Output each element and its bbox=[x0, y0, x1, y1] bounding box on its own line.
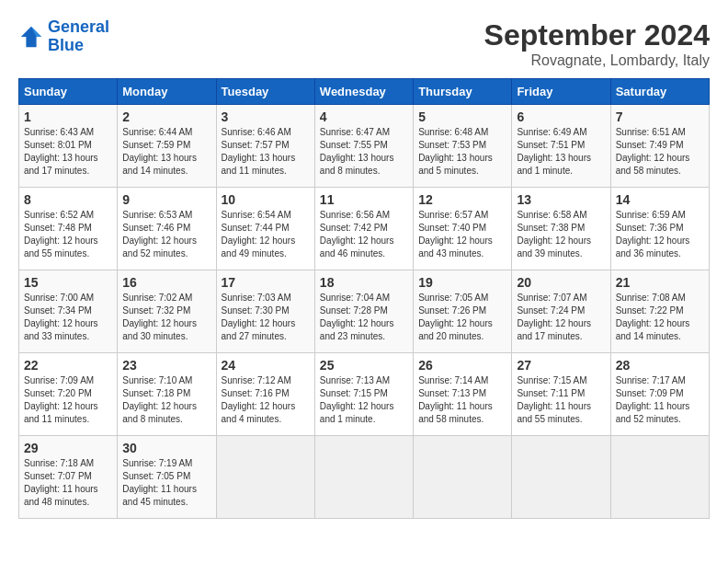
day-info: Sunrise: 6:43 AM Sunset: 8:01 PM Dayligh… bbox=[24, 126, 112, 178]
day-info: Sunrise: 7:15 AM Sunset: 7:11 PM Dayligh… bbox=[517, 374, 605, 426]
day-number: 13 bbox=[517, 192, 605, 207]
calendar-cell: 13 Sunrise: 6:58 AM Sunset: 7:38 PM Dayl… bbox=[512, 188, 610, 270]
day-info: Sunrise: 6:57 AM Sunset: 7:40 PM Dayligh… bbox=[418, 209, 506, 260]
calendar-cell: 11 Sunrise: 6:56 AM Sunset: 7:42 PM Dayl… bbox=[314, 188, 413, 270]
day-number: 18 bbox=[320, 275, 408, 290]
day-info: Sunrise: 7:09 AM Sunset: 7:20 PM Dayligh… bbox=[24, 374, 112, 426]
calendar-row: 15 Sunrise: 7:00 AM Sunset: 7:34 PM Dayl… bbox=[19, 270, 710, 353]
day-number: 19 bbox=[418, 275, 506, 290]
day-info: Sunrise: 6:46 AM Sunset: 7:57 PM Dayligh… bbox=[222, 126, 310, 178]
day-info: Sunrise: 7:05 AM Sunset: 7:26 PM Dayligh… bbox=[418, 292, 506, 343]
day-number: 15 bbox=[24, 275, 112, 290]
calendar-row: 8 Sunrise: 6:52 AM Sunset: 7:48 PM Dayli… bbox=[19, 188, 710, 270]
col-header-monday: Monday bbox=[118, 79, 216, 105]
calendar-cell: 30 Sunrise: 7:19 AM Sunset: 7:05 PM Dayl… bbox=[118, 436, 216, 519]
calendar-cell: 8 Sunrise: 6:52 AM Sunset: 7:48 PM Dayli… bbox=[19, 188, 118, 270]
col-header-friday: Friday bbox=[512, 79, 610, 105]
day-number: 5 bbox=[418, 109, 506, 124]
day-number: 4 bbox=[320, 109, 408, 124]
day-number: 24 bbox=[222, 358, 310, 373]
calendar-row: 29 Sunrise: 7:18 AM Sunset: 7:07 PM Dayl… bbox=[19, 436, 710, 519]
calendar-cell: 29 Sunrise: 7:18 AM Sunset: 7:07 PM Dayl… bbox=[19, 436, 118, 519]
day-number: 22 bbox=[24, 358, 112, 373]
logo: General Blue bbox=[18, 18, 109, 55]
day-number: 16 bbox=[122, 275, 210, 290]
logo-icon bbox=[18, 24, 44, 50]
day-info: Sunrise: 6:44 AM Sunset: 7:59 PM Dayligh… bbox=[122, 126, 210, 178]
logo-text: General Blue bbox=[48, 18, 109, 55]
month-title: September 2024 bbox=[484, 18, 710, 52]
day-number: 9 bbox=[122, 192, 210, 207]
day-info: Sunrise: 7:14 AM Sunset: 7:13 PM Dayligh… bbox=[418, 374, 506, 426]
calendar-cell: 21 Sunrise: 7:08 AM Sunset: 7:22 PM Dayl… bbox=[610, 270, 709, 353]
day-number: 10 bbox=[222, 192, 310, 207]
day-info: Sunrise: 6:59 AM Sunset: 7:36 PM Dayligh… bbox=[616, 209, 704, 260]
day-number: 3 bbox=[222, 109, 310, 124]
day-info: Sunrise: 7:02 AM Sunset: 7:32 PM Dayligh… bbox=[122, 292, 210, 343]
calendar-cell: 18 Sunrise: 7:04 AM Sunset: 7:28 PM Dayl… bbox=[314, 270, 413, 353]
day-info: Sunrise: 7:12 AM Sunset: 7:16 PM Dayligh… bbox=[222, 374, 310, 426]
day-info: Sunrise: 7:17 AM Sunset: 7:09 PM Dayligh… bbox=[616, 374, 704, 426]
calendar-cell: 25 Sunrise: 7:13 AM Sunset: 7:15 PM Dayl… bbox=[314, 353, 413, 436]
calendar-row: 1 Sunrise: 6:43 AM Sunset: 8:01 PM Dayli… bbox=[19, 105, 710, 188]
day-info: Sunrise: 6:51 AM Sunset: 7:49 PM Dayligh… bbox=[616, 126, 704, 178]
calendar-cell: 15 Sunrise: 7:00 AM Sunset: 7:34 PM Dayl… bbox=[19, 270, 118, 353]
calendar-cell bbox=[216, 436, 314, 519]
day-info: Sunrise: 7:13 AM Sunset: 7:15 PM Dayligh… bbox=[320, 374, 408, 426]
day-info: Sunrise: 6:49 AM Sunset: 7:51 PM Dayligh… bbox=[517, 126, 605, 178]
title-block: September 2024 Rovagnate, Lombardy, Ital… bbox=[484, 18, 710, 69]
day-number: 2 bbox=[122, 109, 210, 124]
page-header: General Blue September 2024 Rovagnate, L… bbox=[18, 18, 710, 69]
day-info: Sunrise: 7:19 AM Sunset: 7:05 PM Dayligh… bbox=[122, 457, 210, 509]
day-number: 25 bbox=[320, 358, 408, 373]
calendar-cell: 24 Sunrise: 7:12 AM Sunset: 7:16 PM Dayl… bbox=[216, 353, 314, 436]
calendar-cell: 14 Sunrise: 6:59 AM Sunset: 7:36 PM Dayl… bbox=[610, 188, 709, 270]
day-info: Sunrise: 7:03 AM Sunset: 7:30 PM Dayligh… bbox=[222, 292, 310, 343]
calendar-cell: 2 Sunrise: 6:44 AM Sunset: 7:59 PM Dayli… bbox=[118, 105, 216, 188]
day-number: 28 bbox=[616, 358, 704, 373]
col-header-wednesday: Wednesday bbox=[314, 79, 413, 105]
day-number: 27 bbox=[517, 358, 605, 373]
calendar-table: SundayMondayTuesdayWednesdayThursdayFrid… bbox=[18, 78, 710, 519]
col-header-thursday: Thursday bbox=[414, 79, 512, 105]
col-header-tuesday: Tuesday bbox=[216, 79, 314, 105]
calendar-cell: 26 Sunrise: 7:14 AM Sunset: 7:13 PM Dayl… bbox=[414, 353, 512, 436]
calendar-cell bbox=[414, 436, 512, 519]
col-header-saturday: Saturday bbox=[610, 79, 709, 105]
day-number: 20 bbox=[517, 275, 605, 290]
day-info: Sunrise: 6:53 AM Sunset: 7:46 PM Dayligh… bbox=[122, 209, 210, 260]
day-info: Sunrise: 6:52 AM Sunset: 7:48 PM Dayligh… bbox=[24, 209, 112, 260]
calendar-cell: 23 Sunrise: 7:10 AM Sunset: 7:18 PM Dayl… bbox=[118, 353, 216, 436]
day-info: Sunrise: 6:56 AM Sunset: 7:42 PM Dayligh… bbox=[320, 209, 408, 260]
day-number: 30 bbox=[122, 441, 210, 455]
day-number: 14 bbox=[616, 192, 704, 207]
calendar-cell: 16 Sunrise: 7:02 AM Sunset: 7:32 PM Dayl… bbox=[118, 270, 216, 353]
day-number: 1 bbox=[24, 109, 112, 124]
calendar-cell: 20 Sunrise: 7:07 AM Sunset: 7:24 PM Dayl… bbox=[512, 270, 610, 353]
calendar-cell: 7 Sunrise: 6:51 AM Sunset: 7:49 PM Dayli… bbox=[610, 105, 709, 188]
calendar-cell bbox=[610, 436, 709, 519]
calendar-body: 1 Sunrise: 6:43 AM Sunset: 8:01 PM Dayli… bbox=[19, 105, 710, 519]
column-headers: SundayMondayTuesdayWednesdayThursdayFrid… bbox=[19, 79, 710, 105]
day-number: 23 bbox=[122, 358, 210, 373]
col-header-sunday: Sunday bbox=[19, 79, 118, 105]
calendar-cell: 22 Sunrise: 7:09 AM Sunset: 7:20 PM Dayl… bbox=[19, 353, 118, 436]
calendar-cell: 10 Sunrise: 6:54 AM Sunset: 7:44 PM Dayl… bbox=[216, 188, 314, 270]
calendar-cell: 6 Sunrise: 6:49 AM Sunset: 7:51 PM Dayli… bbox=[512, 105, 610, 188]
calendar-cell: 12 Sunrise: 6:57 AM Sunset: 7:40 PM Dayl… bbox=[414, 188, 512, 270]
day-number: 7 bbox=[616, 109, 704, 124]
day-info: Sunrise: 6:54 AM Sunset: 7:44 PM Dayligh… bbox=[222, 209, 310, 260]
day-info: Sunrise: 7:10 AM Sunset: 7:18 PM Dayligh… bbox=[122, 374, 210, 426]
day-number: 12 bbox=[418, 192, 506, 207]
calendar-cell: 4 Sunrise: 6:47 AM Sunset: 7:55 PM Dayli… bbox=[314, 105, 413, 188]
calendar-row: 22 Sunrise: 7:09 AM Sunset: 7:20 PM Dayl… bbox=[19, 353, 710, 436]
day-number: 29 bbox=[24, 441, 112, 455]
calendar-cell: 1 Sunrise: 6:43 AM Sunset: 8:01 PM Dayli… bbox=[19, 105, 118, 188]
calendar-cell bbox=[512, 436, 610, 519]
calendar-cell: 19 Sunrise: 7:05 AM Sunset: 7:26 PM Dayl… bbox=[414, 270, 512, 353]
day-number: 21 bbox=[616, 275, 704, 290]
day-info: Sunrise: 6:47 AM Sunset: 7:55 PM Dayligh… bbox=[320, 126, 408, 178]
day-number: 11 bbox=[320, 192, 408, 207]
day-info: Sunrise: 7:18 AM Sunset: 7:07 PM Dayligh… bbox=[24, 457, 112, 509]
day-info: Sunrise: 7:00 AM Sunset: 7:34 PM Dayligh… bbox=[24, 292, 112, 343]
